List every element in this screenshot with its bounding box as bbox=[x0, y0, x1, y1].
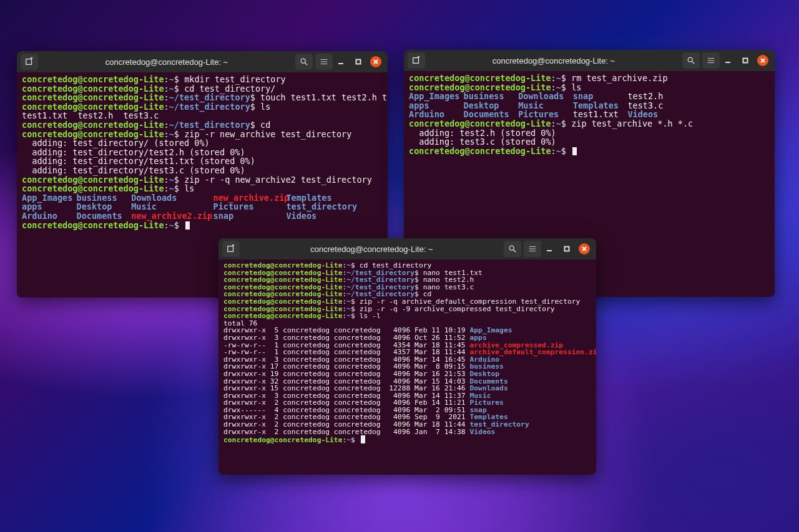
svg-line-16 bbox=[692, 62, 695, 64]
close-button[interactable] bbox=[370, 56, 381, 67]
svg-point-3 bbox=[301, 59, 305, 63]
svg-rect-24 bbox=[228, 246, 233, 252]
search-button[interactable] bbox=[295, 54, 313, 70]
svg-rect-9 bbox=[356, 60, 361, 64]
svg-rect-33 bbox=[565, 247, 569, 251]
new-tab-button[interactable] bbox=[21, 54, 38, 70]
svg-line-4 bbox=[305, 63, 308, 65]
close-button[interactable] bbox=[579, 243, 590, 254]
search-button[interactable] bbox=[504, 241, 521, 257]
maximize-button[interactable] bbox=[561, 243, 572, 254]
titlebar-a[interactable]: concretedog@concretedog-Lite: ~ bbox=[17, 51, 388, 72]
titlebar-c[interactable]: concretedog@concretedog-Lite: ~ bbox=[218, 238, 596, 259]
hamburger-menu-button[interactable] bbox=[702, 52, 720, 69]
svg-rect-12 bbox=[413, 58, 419, 64]
maximize-button[interactable] bbox=[740, 55, 751, 66]
hamburger-menu-button[interactable] bbox=[315, 54, 333, 70]
minimize-button[interactable] bbox=[544, 243, 555, 254]
svg-rect-0 bbox=[26, 59, 32, 65]
titlebar-b[interactable]: concretedog@concretedog-Lite: ~ bbox=[404, 50, 775, 71]
svg-point-27 bbox=[509, 246, 514, 250]
terminal-body-c[interactable]: concretedog@concretedog-Lite:~$ cd test_… bbox=[218, 259, 596, 475]
minimize-button[interactable] bbox=[722, 55, 733, 66]
window-title: concretedog@concretedog-Lite: ~ bbox=[428, 56, 680, 65]
new-tab-button[interactable] bbox=[408, 52, 425, 69]
hamburger-menu-button[interactable] bbox=[524, 241, 541, 257]
svg-rect-21 bbox=[743, 59, 748, 63]
window-title: concretedog@concretedog-Lite: ~ bbox=[242, 244, 501, 254]
search-button[interactable] bbox=[682, 52, 700, 69]
new-tab-button[interactable] bbox=[222, 241, 240, 257]
minimize-button[interactable] bbox=[335, 56, 346, 67]
close-button[interactable] bbox=[757, 55, 768, 66]
maximize-button[interactable] bbox=[353, 56, 364, 67]
svg-point-15 bbox=[688, 57, 692, 62]
terminal-window-c[interactable]: concretedog@concretedog-Lite: ~ concrete… bbox=[218, 238, 596, 475]
window-title: concretedog@concretedog-Lite: ~ bbox=[41, 57, 293, 67]
svg-line-28 bbox=[514, 250, 516, 253]
